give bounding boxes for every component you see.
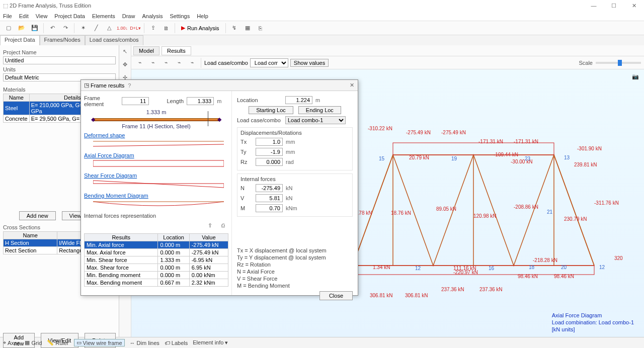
maximize-button[interactable]: ☐ bbox=[604, 0, 624, 11]
frame-tool-icon[interactable]: ╱ bbox=[91, 23, 102, 34]
loadcase-select[interactable]: Load combo-1 bbox=[285, 116, 346, 124]
force-label: 18.76 kN bbox=[391, 210, 411, 216]
tab-project-data[interactable]: Project Data bbox=[0, 35, 40, 45]
table-row[interactable]: Min. Axial force0.000 m-275.49 kN bbox=[85, 241, 228, 248]
diag2-icon[interactable]: ⌁ bbox=[147, 57, 158, 68]
element-info-dropdown[interactable]: Element info ▾ bbox=[193, 339, 228, 346]
force-label: 98.46 kN bbox=[518, 274, 538, 279]
table-row[interactable]: Max. Bending moment0.667 m2.32 kNm bbox=[85, 279, 228, 286]
redo-icon[interactable]: ↷ bbox=[60, 23, 71, 34]
print-results-icon[interactable]: ⎙ bbox=[217, 220, 228, 231]
diag3-icon[interactable]: ⌁ bbox=[160, 57, 172, 68]
minimize-button[interactable]: — bbox=[584, 0, 604, 11]
tab-load-cases[interactable]: Load cases/combos bbox=[85, 35, 143, 45]
tab-model[interactable]: Model bbox=[133, 46, 159, 55]
export-results-icon[interactable]: ⇪ bbox=[205, 220, 216, 231]
menu-view[interactable]: View bbox=[36, 13, 48, 19]
menu-analysis[interactable]: Analysis bbox=[142, 13, 163, 19]
diag4-icon[interactable]: ⌁ bbox=[174, 57, 185, 68]
force-label: 89.05 kN bbox=[436, 206, 456, 212]
menu-file[interactable]: File bbox=[3, 13, 12, 19]
loadcase-select[interactable]: Load combo-1 bbox=[250, 58, 288, 67]
run-analysis-button[interactable]: ▶Run Analysis bbox=[178, 23, 222, 34]
node-label: 21 bbox=[547, 209, 552, 215]
menu-draw[interactable]: Draw bbox=[122, 13, 135, 19]
node-label: 16 bbox=[489, 266, 494, 271]
beam-caption: Frame 11 (H Section, Steel) bbox=[84, 123, 228, 129]
table-icon[interactable]: ▦ bbox=[242, 23, 253, 34]
force-label: -301.90 kN bbox=[577, 146, 602, 151]
legend-block: Tx = X displacement @ local system Ty = … bbox=[237, 247, 353, 289]
close-button[interactable]: ✕ bbox=[624, 0, 644, 11]
node-label: 18 bbox=[529, 265, 534, 270]
show-values-button[interactable]: Show values bbox=[290, 59, 329, 67]
menu-projectdata[interactable]: Project Data bbox=[54, 13, 85, 19]
table-row[interactable]: Max. Axial force0.000 m-275.49 kN bbox=[85, 248, 228, 256]
diag1-icon[interactable]: ⌁ bbox=[134, 57, 145, 68]
ending-loc-button[interactable]: Ending Loc bbox=[298, 106, 341, 114]
table-row[interactable]: Min. Bending moment0.000 m0.00 kNm bbox=[85, 271, 228, 279]
n-input bbox=[256, 184, 283, 192]
tab-results[interactable]: Results bbox=[162, 46, 191, 55]
toggle-dimlines[interactable]: ↔Dim lines bbox=[130, 340, 159, 346]
menu-elements[interactable]: Elements bbox=[92, 13, 115, 19]
v-input bbox=[256, 194, 283, 202]
new-icon[interactable]: ▢ bbox=[3, 23, 14, 34]
undo-icon[interactable]: ↶ bbox=[47, 23, 58, 34]
table-row[interactable]: Max. Shear force0.000 m6.95 kN bbox=[85, 264, 228, 271]
col-name: Name bbox=[4, 94, 30, 102]
force-label: -310.22 kN bbox=[368, 126, 392, 131]
materials-add-button[interactable]: Add new bbox=[19, 211, 56, 220]
units-label: Units bbox=[3, 66, 116, 72]
results-view-icon[interactable]: ↯ bbox=[229, 23, 240, 34]
dialog-icon: ◳ bbox=[84, 82, 89, 89]
help-icon[interactable]: ? bbox=[124, 82, 134, 89]
open-icon[interactable]: 📂 bbox=[16, 23, 27, 34]
deformed-shape-link[interactable]: Deformed shape bbox=[84, 132, 125, 138]
lcc-label: Load case/combo bbox=[237, 117, 282, 123]
pan-icon[interactable]: ✥ bbox=[121, 61, 130, 70]
save-icon[interactable]: 💾 bbox=[29, 23, 40, 34]
toggle-axes[interactable]: ⌖Axes bbox=[3, 339, 20, 346]
scale-slider[interactable] bbox=[596, 62, 641, 64]
dim-icon: ↔ bbox=[130, 340, 135, 346]
diag5-icon[interactable]: ⌁ bbox=[187, 57, 198, 68]
export-icon[interactable]: ⇪ bbox=[147, 23, 158, 34]
lineload-tool-icon[interactable]: D+L▾ bbox=[130, 23, 141, 34]
bending-diagram-link[interactable]: Bending Moment Diagram bbox=[84, 193, 148, 199]
toggle-wireframe[interactable]: ▭View wire frame bbox=[74, 339, 125, 346]
close-icon[interactable]: ✕ bbox=[346, 82, 358, 89]
toggle-ruler[interactable]: 📏Ruler bbox=[47, 339, 68, 346]
node-tool-icon[interactable]: ✶ bbox=[77, 23, 89, 34]
menu-settings[interactable]: Settings bbox=[170, 13, 190, 19]
toggle-grid[interactable]: ▦Grid bbox=[25, 339, 42, 346]
table-row[interactable]: Min. Shear force1.333 m-6.95 kN bbox=[85, 256, 228, 264]
disp-header: Displacements/Rotations bbox=[240, 130, 349, 136]
frame-element-input[interactable] bbox=[122, 97, 149, 105]
camera-icon[interactable]: 📷 bbox=[632, 73, 639, 80]
labels-icon: 🏷 bbox=[165, 340, 170, 346]
dialog-close-button[interactable]: Close bbox=[319, 291, 353, 300]
force-label: 239.81 kN bbox=[574, 162, 597, 167]
pointer-icon[interactable]: ↖ bbox=[121, 48, 130, 57]
wireframe-icon: ▭ bbox=[76, 339, 82, 346]
support-tool-icon[interactable]: △ bbox=[104, 23, 115, 34]
axial-diagram-link[interactable]: Axial Force Diagram bbox=[84, 152, 134, 158]
length-input bbox=[187, 97, 214, 105]
force-label: -208.86 kN bbox=[514, 204, 538, 210]
toggle-labels[interactable]: 🏷Labels bbox=[165, 340, 188, 346]
location-input[interactable] bbox=[285, 96, 312, 104]
menu-edit[interactable]: Edit bbox=[19, 13, 29, 19]
results-table[interactable]: ResultsLocationValue Min. Axial force0.0… bbox=[84, 233, 228, 287]
force-label: 230.79 kN bbox=[564, 216, 587, 222]
view-options-bar: ⌖Axes ▦Grid 📏Ruler ▭View wire frame ↔Dim… bbox=[0, 337, 644, 348]
force-label: 320 bbox=[614, 255, 623, 261]
copy-icon[interactable]: ⎘ bbox=[255, 23, 266, 34]
load-tool-icon[interactable]: 1.00↓ bbox=[117, 23, 128, 34]
tab-frames-nodes[interactable]: Frames/Nodes bbox=[40, 35, 85, 45]
report-icon[interactable]: 🗎 bbox=[160, 23, 172, 34]
menu-help[interactable]: Help bbox=[197, 13, 208, 19]
shear-diagram-link[interactable]: Shear Force Diagram bbox=[84, 172, 137, 179]
project-name-input[interactable] bbox=[3, 56, 116, 64]
starting-loc-button[interactable]: Starting Loc bbox=[249, 106, 293, 114]
